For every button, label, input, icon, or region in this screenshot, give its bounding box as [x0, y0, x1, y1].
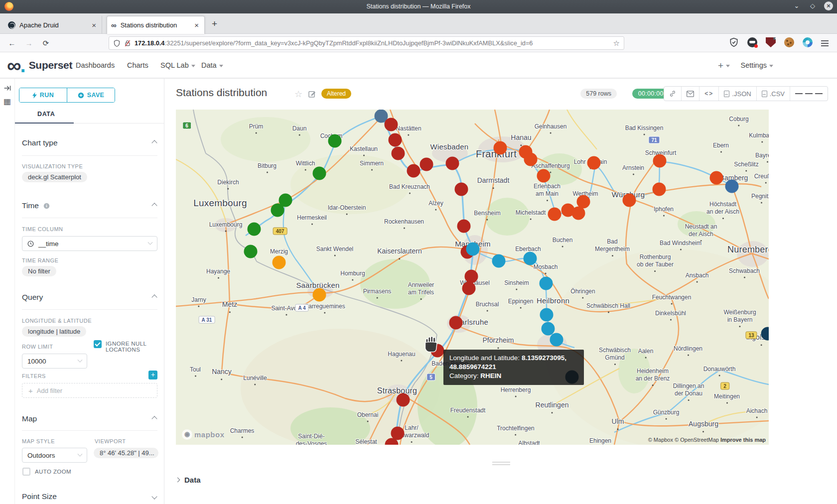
map-point[interactable] [572, 207, 585, 220]
row-limit-select[interactable]: 10000 [22, 354, 87, 369]
nav-dashboards[interactable]: Dashboards [76, 61, 115, 69]
viz-type-value[interactable]: deck.gl Scatterplot [22, 172, 87, 182]
map-point[interactable] [587, 156, 601, 170]
map-style-select[interactable]: Outdoors [22, 448, 87, 463]
mapbox-logo[interactable]: ◉ mapbox [182, 429, 225, 440]
map-point[interactable] [397, 393, 410, 407]
section-query[interactable]: Query [22, 293, 157, 302]
map-point[interactable] [548, 208, 561, 221]
osm-attribution-link[interactable]: © OpenStreetMap [675, 437, 720, 443]
bookmark-star-icon[interactable]: ☆ [613, 39, 620, 48]
run-button[interactable]: RUN [19, 88, 67, 102]
map-point[interactable] [524, 252, 537, 265]
map-point[interactable] [492, 254, 506, 268]
cookie-icon[interactable] [784, 37, 794, 47]
time-range-value[interactable]: No filter [22, 266, 56, 276]
map-point[interactable] [385, 118, 398, 131]
map-point[interactable] [313, 167, 326, 180]
map-point[interactable] [725, 180, 739, 193]
datasource-grid-icon[interactable]: ▦ [3, 97, 11, 106]
favorite-star-icon[interactable]: ☆ [294, 89, 302, 100]
map-attribution[interactable]: © Mapbox © OpenStreetMap Improve this ma… [648, 437, 766, 443]
map-point[interactable] [244, 245, 258, 258]
superset-logo[interactable]: ∞. Superset [7, 58, 72, 73]
section-time[interactable]: Time i [22, 201, 157, 210]
nav-charts[interactable]: Charts [127, 61, 148, 69]
map-point[interactable] [462, 282, 476, 295]
window-minimize-button[interactable]: ⌄ [792, 1, 801, 10]
data-panel-toggle[interactable]: Data [176, 476, 201, 484]
map-canvas[interactable]: Longitude and Latitude: 8.1359273095, 48… [176, 110, 769, 445]
new-tab-button[interactable]: + [212, 18, 217, 29]
export-json-button[interactable]: .JSON [719, 87, 756, 101]
nav-settings[interactable]: Settings [741, 61, 773, 69]
share-link-button[interactable] [664, 87, 682, 101]
ublock-icon[interactable]: 2 [766, 37, 776, 47]
save-button[interactable]: SAVE [67, 88, 115, 102]
lonlat-value[interactable]: longitude | latitude [22, 326, 86, 337]
back-button[interactable]: ← [6, 37, 18, 49]
resize-handle[interactable] [492, 460, 510, 467]
section-chart-type[interactable]: Chart type [22, 138, 157, 147]
map-point[interactable] [446, 157, 459, 170]
browser-tab-apache-druid[interactable]: Apache Druid × [4, 16, 102, 34]
map-point[interactable] [623, 194, 636, 207]
map-point[interactable] [248, 223, 261, 236]
section-map[interactable]: Map [22, 414, 157, 423]
add-filter-input[interactable]: + Add filter [22, 383, 157, 398]
tab-close-icon[interactable]: × [90, 21, 98, 29]
reload-button[interactable]: ⟳ [40, 37, 52, 49]
account-mask-icon[interactable] [747, 37, 757, 47]
map-point[interactable] [407, 164, 420, 178]
section-point-size[interactable]: Point Size [22, 492, 157, 501]
embed-code-button[interactable]: <> [699, 87, 719, 101]
edit-properties-icon[interactable] [308, 90, 316, 98]
extension-pinwheel-icon[interactable] [803, 37, 813, 47]
map-point[interactable] [494, 141, 507, 155]
map-point[interactable] [550, 333, 563, 347]
add-filter-button[interactable]: + [148, 371, 157, 379]
map-point[interactable] [328, 134, 342, 148]
url-bar[interactable]: 172.18.0.4:32251/superset/explore/?form_… [109, 36, 624, 50]
map-point[interactable] [465, 270, 478, 283]
expand-panel-icon[interactable] [3, 85, 11, 93]
map-point[interactable] [577, 195, 590, 209]
map-point[interactable] [273, 256, 286, 269]
window-close-button[interactable]: × [824, 1, 833, 10]
email-button[interactable] [682, 87, 699, 101]
map-point[interactable] [540, 277, 553, 290]
map-point[interactable] [389, 133, 402, 147]
viewport-value[interactable]: 8° 46' 45.28" | 49... [94, 448, 158, 458]
tab-data[interactable]: DATA [37, 111, 55, 118]
shield-check-icon[interactable] [729, 37, 739, 47]
map-point[interactable] [537, 169, 551, 183]
mapbox-attribution-link[interactable]: © Mapbox [648, 437, 675, 443]
export-csv-button[interactable]: .CSV [757, 87, 790, 101]
tab-close-icon[interactable]: × [193, 21, 200, 29]
map-point[interactable] [313, 288, 326, 302]
map-point[interactable] [466, 243, 480, 256]
new-item-button[interactable]: + [718, 60, 730, 71]
forward-button[interactable]: → [23, 37, 35, 49]
map-point[interactable] [271, 204, 284, 217]
map-point[interactable] [420, 158, 433, 171]
url-text[interactable]: 172.18.0.4:32251/superset/explore/?form_… [135, 39, 613, 47]
map-point[interactable] [455, 183, 468, 196]
map-point[interactable] [540, 308, 554, 322]
improve-map-link[interactable]: Improve this map [720, 437, 766, 443]
insecure-lock-icon[interactable] [124, 39, 131, 47]
browser-tab-stations-distribution[interactable]: ∞ Stations distribution × [107, 16, 205, 34]
nav-sql-lab[interactable]: SQL Lab [160, 61, 195, 69]
window-maximize-button[interactable]: ◇ [808, 1, 817, 10]
map-point[interactable] [457, 220, 471, 233]
nav-data[interactable]: Data [201, 61, 223, 69]
shield-permissions-icon[interactable] [113, 39, 121, 47]
menu-icon[interactable] [821, 37, 831, 47]
auto-zoom-checkbox[interactable] [22, 468, 30, 476]
chart-menu-button[interactable] [790, 87, 828, 101]
map-point[interactable] [524, 153, 538, 166]
map-point[interactable] [392, 147, 405, 160]
ignore-null-checkbox[interactable] [94, 340, 102, 348]
map-point[interactable] [710, 171, 723, 185]
map-point[interactable] [653, 154, 667, 168]
